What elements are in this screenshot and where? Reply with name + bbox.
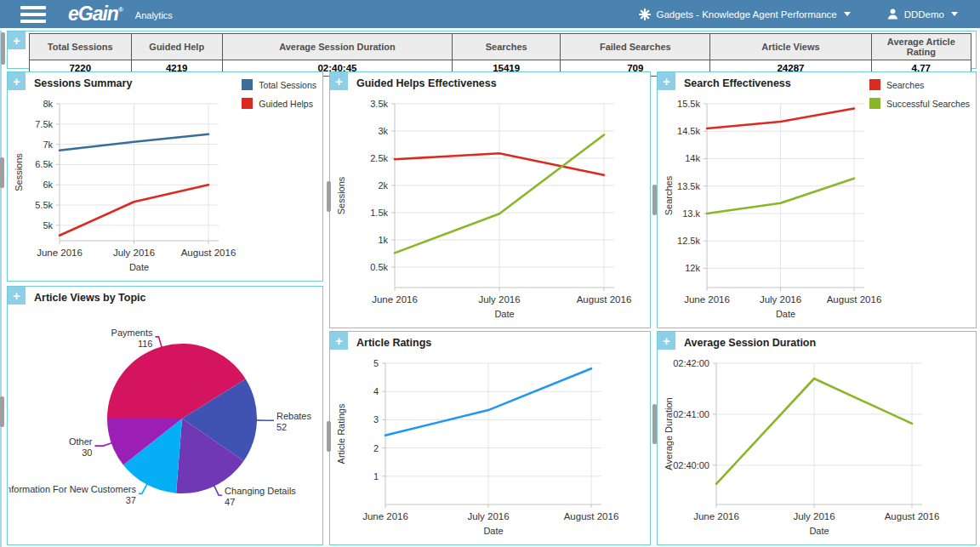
svg-text:July 2016: July 2016 — [467, 511, 509, 521]
panel-title: Article Ratings — [356, 337, 431, 349]
add-gadget-button[interactable]: + — [330, 72, 348, 90]
svg-text:Other: Other — [69, 436, 93, 447]
svg-text:14.5k: 14.5k — [677, 126, 700, 136]
chevron-down-icon — [844, 12, 851, 16]
gadgets-asterisk-icon — [639, 9, 651, 20]
panel-title: Average Session Duration — [684, 337, 816, 349]
gadget-drag-handle[interactable] — [327, 421, 331, 452]
add-gadget-button[interactable]: + — [8, 72, 26, 90]
user-name: DDDemo — [904, 9, 944, 20]
svg-text:August 2016: August 2016 — [577, 294, 632, 305]
svg-text:Date: Date — [494, 309, 514, 319]
svg-text:5k: 5k — [43, 220, 53, 231]
svg-text:Searches: Searches — [664, 175, 674, 215]
svg-text:July 2016: July 2016 — [113, 248, 155, 258]
svg-text:Information For New Customers: Information For New Customers — [9, 484, 136, 494]
svg-text:June 2016: June 2016 — [693, 511, 739, 521]
svg-text:Date: Date — [809, 526, 829, 536]
svg-text:02:41:00: 02:41:00 — [673, 409, 709, 419]
sessions-summary-gadget: + Sessions Summary Total SessionsGuided … — [7, 71, 323, 282]
average-session-duration-chart: 02:42:0002:41:0002:40:00June 2016July 20… — [658, 351, 975, 544]
dashboard-left-rail — [0, 31, 2, 547]
add-gadget-button[interactable]: + — [8, 287, 26, 305]
svg-text:2k: 2k — [378, 180, 388, 191]
article-views-by-topic-gadget: + Article Views by Topic Payments116Reba… — [7, 286, 323, 545]
add-gadget-button[interactable]: + — [658, 332, 675, 350]
svg-text:August 2016: August 2016 — [827, 294, 882, 305]
legend-entry: Searches — [869, 79, 970, 90]
svg-text:Date: Date — [776, 309, 795, 319]
svg-text:Rebates: Rebates — [276, 411, 311, 421]
add-gadget-button[interactable]: + — [658, 72, 675, 90]
svg-text:37: 37 — [126, 495, 136, 505]
summary-column-header: Failed Searches — [561, 34, 710, 60]
svg-text:30: 30 — [82, 447, 92, 458]
svg-text:Sessions: Sessions — [336, 176, 346, 214]
gadget-drag-handle[interactable] — [1, 32, 5, 65]
svg-text:Date: Date — [129, 262, 149, 272]
svg-text:15.5k: 15.5k — [677, 99, 700, 109]
svg-text:3.5k: 3.5k — [370, 99, 388, 109]
dashboard-page: eGain® Analytics Gadgets - Knowledge Age… — [0, 0, 980, 547]
svg-text:13.k: 13.k — [682, 208, 700, 219]
svg-text:116: 116 — [138, 339, 153, 349]
svg-text:June 2016: June 2016 — [37, 248, 83, 258]
gadgets-menu[interactable]: Gadgets - Knowledge Agent Performance — [639, 9, 850, 20]
panel-title: Search Effectiveness — [684, 77, 791, 89]
svg-text:Changing Details: Changing Details — [225, 486, 296, 496]
legend-entry: Total Sessions — [242, 79, 316, 90]
guided-helps-effectiveness-chart: 3.5k3k2.5k2k1.5k1k0.5kJune 2016July 2016… — [331, 92, 649, 327]
svg-text:1k: 1k — [378, 235, 388, 245]
summary-column-header: Average Session Duration — [222, 34, 452, 60]
guided-helps-effectiveness-gadget: + Guided Helps Effectiveness 3.5k3k2.5k2… — [329, 71, 651, 328]
add-gadget-button[interactable]: + — [8, 31, 26, 49]
summary-column-header: Searches — [453, 34, 561, 60]
svg-text:July 2016: July 2016 — [760, 294, 801, 305]
svg-text:12k: 12k — [685, 263, 700, 273]
svg-text:02:40:00: 02:40:00 — [673, 460, 709, 470]
menu-button[interactable] — [20, 6, 46, 23]
add-gadget-button[interactable]: + — [330, 332, 348, 350]
legend-label: Total Sessions — [259, 80, 316, 90]
gadget-drag-handle[interactable] — [652, 404, 657, 444]
svg-text:Article Ratings: Article Ratings — [336, 403, 346, 464]
svg-text:47: 47 — [225, 497, 235, 507]
svg-text:7k: 7k — [43, 140, 53, 150]
svg-text:July 2016: July 2016 — [478, 294, 520, 305]
gadget-drag-handle[interactable] — [652, 185, 657, 215]
svg-text:1: 1 — [373, 471, 379, 481]
search-effectiveness-gadget: + Search Effectiveness SearchesSuccessfu… — [657, 71, 977, 328]
svg-text:1.5k: 1.5k — [370, 208, 388, 218]
svg-text:August 2016: August 2016 — [181, 248, 236, 258]
svg-text:2: 2 — [373, 443, 379, 453]
article-views-by-topic-chart: Payments116Rebates52Changing Details47In… — [9, 306, 322, 544]
svg-text:02:42:00: 02:42:00 — [673, 358, 709, 368]
svg-text:14k: 14k — [685, 153, 700, 163]
summary-column-header: Total Sessions — [30, 34, 132, 60]
legend-label: Searches — [886, 80, 924, 90]
brand-text: eGain — [68, 3, 118, 25]
svg-text:5.5k: 5.5k — [35, 200, 53, 210]
panel-title: Sessions Summary — [34, 77, 132, 89]
navbar-right: Gadgets - Knowledge Agent Performance DD… — [639, 8, 980, 20]
gadgets-menu-label: Gadgets - Knowledge Agent Performance — [656, 9, 836, 20]
svg-text:52: 52 — [276, 422, 287, 432]
svg-text:July 2016: July 2016 — [793, 511, 835, 521]
svg-text:12.5k: 12.5k — [677, 236, 700, 246]
user-menu[interactable]: DDDemo — [886, 8, 958, 20]
svg-text:June 2016: June 2016 — [684, 294, 730, 305]
gadget-drag-handle[interactable] — [0, 157, 4, 188]
hamburger-bar — [20, 6, 46, 9]
svg-text:August 2016: August 2016 — [564, 511, 619, 521]
panel-title: Guided Helps Effectiveness — [356, 77, 497, 89]
gadget-drag-handle[interactable] — [0, 396, 4, 427]
gadget-drag-handle[interactable] — [327, 181, 331, 212]
summary-column-header: Article Views — [710, 34, 871, 60]
svg-text:7.5k: 7.5k — [35, 119, 53, 129]
svg-text:Date: Date — [483, 526, 503, 536]
average-session-duration-gadget: + Average Session Duration 02:42:0002:41… — [657, 331, 977, 545]
svg-text:0.5k: 0.5k — [370, 262, 388, 272]
svg-text:June 2016: June 2016 — [362, 511, 408, 521]
svg-text:Average Duration: Average Duration — [664, 397, 674, 470]
chevron-down-icon — [951, 12, 958, 16]
